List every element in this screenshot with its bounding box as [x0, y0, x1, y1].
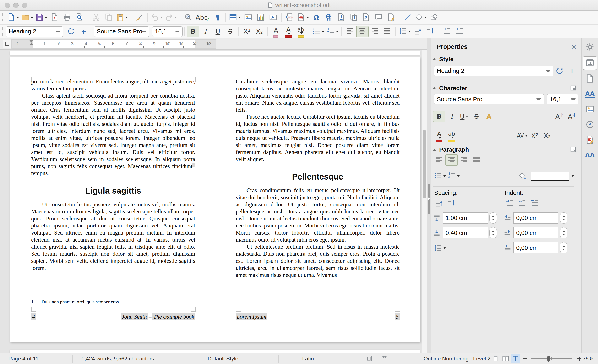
decrease-font-size-button[interactable]: A ↓ — [566, 111, 578, 122]
chevron-down-icon[interactable] — [536, 98, 541, 100]
zoom-in-button[interactable]: + — [576, 353, 582, 364]
align-center-button[interactable] — [445, 154, 458, 166]
track-changes-button[interactable] — [385, 12, 397, 24]
new-style-button[interactable]: + — [566, 65, 578, 77]
word-count[interactable]: 1,424 words, 9,562 characters — [81, 353, 154, 364]
insert-textbox-button[interactable] — [267, 12, 279, 24]
toolbar-grip[interactable] — [2, 13, 3, 22]
cut-button[interactable] — [90, 12, 102, 24]
style-section-header[interactable]: Style — [432, 56, 454, 63]
decrease-indent-button[interactable] — [453, 26, 466, 37]
font-color-button[interactable]: A — [282, 25, 295, 38]
zoom-slider[interactable] — [531, 353, 572, 364]
superscript-button[interactable]: X² — [241, 26, 253, 37]
dropdown-arrow-icon[interactable] — [408, 31, 411, 32]
subscript-button[interactable]: X₂ — [541, 130, 553, 142]
vertical-scrollbar[interactable] — [422, 50, 427, 353]
increase-indent-button[interactable] — [504, 198, 516, 209]
formatting-marks-button[interactable]: ¶ — [211, 12, 224, 24]
above-paragraph-spacing-input[interactable]: 1,00 cm — [443, 212, 488, 224]
insert-line-button[interactable] — [401, 12, 414, 24]
zoom-level[interactable]: 75% — [583, 353, 593, 364]
print-button[interactable] — [61, 12, 73, 24]
sidebar-splitter[interactable] — [427, 38, 431, 353]
panel-drag-handle[interactable] — [432, 43, 434, 50]
character-section-header[interactable]: Character — [432, 85, 467, 92]
character-dialog-launcher[interactable] — [570, 85, 576, 91]
navigator-tab[interactable] — [583, 119, 597, 131]
dropdown-arrow-icon[interactable] — [443, 175, 446, 177]
book-view-button[interactable] — [511, 354, 520, 363]
superscript-button[interactable]: X² — [528, 130, 541, 142]
underline-button[interactable]: U — [458, 111, 470, 122]
dropdown-arrow-icon[interactable] — [457, 175, 459, 177]
footnote-anchor[interactable]: 1 — [192, 163, 195, 167]
dropdown-arrow-icon[interactable] — [174, 17, 177, 18]
page-number-field[interactable]: 4 — [31, 313, 36, 320]
line-spacing-button[interactable] — [398, 26, 412, 37]
selection-mode-indicator[interactable] — [366, 353, 374, 364]
page-spread[interactable]: pretium laoreet elementum. Etiam lectus … — [10, 57, 420, 342]
chevron-down-icon[interactable] — [546, 70, 551, 72]
align-center-button[interactable] — [356, 26, 369, 37]
style-combobox[interactable]: Heading 2 — [434, 65, 553, 76]
paste-button[interactable] — [115, 12, 129, 24]
page-break-button[interactable] — [283, 12, 296, 24]
dropdown-arrow-icon[interactable] — [322, 31, 324, 32]
justify-button[interactable] — [470, 154, 483, 166]
bold-button[interactable]: B — [433, 111, 445, 122]
numbered-list-button[interactable] — [447, 170, 460, 182]
right-indent-marker[interactable] — [192, 43, 197, 45]
increase-paragraph-spacing-button[interactable] — [433, 198, 445, 209]
footnote[interactable]: 1 Duis non pharetra orci, quis semper er… — [31, 299, 195, 305]
spinner[interactable] — [560, 212, 567, 224]
new-style-button[interactable]: + — [77, 26, 90, 37]
insert-comment-button[interactable] — [372, 12, 385, 24]
decrease-paragraph-spacing-button[interactable] — [445, 198, 458, 209]
special-character-button[interactable]: Ω — [310, 12, 323, 24]
tab-stop-selector[interactable] — [3, 40, 11, 48]
decrease-indent-button[interactable] — [516, 198, 528, 209]
insert-table-button[interactable] — [228, 12, 242, 24]
left-indent-marker[interactable] — [29, 43, 34, 45]
zoom-out-button[interactable]: − — [523, 353, 528, 364]
multi-page-view-button[interactable] — [501, 354, 510, 363]
font-color-button[interactable]: A — [433, 129, 445, 143]
sidebar-font-name-combobox[interactable]: Source Sans Pro — [434, 94, 544, 104]
update-style-button[interactable] — [553, 65, 566, 77]
chevron-down-icon[interactable] — [56, 31, 61, 32]
undo-button[interactable] — [150, 12, 164, 24]
hyperlink-button[interactable] — [323, 12, 335, 24]
dropdown-arrow-icon[interactable] — [238, 17, 241, 18]
chevron-down-icon[interactable] — [175, 31, 180, 32]
dropdown-arrow-icon[interactable] — [466, 116, 468, 117]
dropdown-arrow-icon[interactable] — [443, 247, 446, 249]
style-inspector-tab[interactable]: AA — [583, 149, 597, 162]
dropdown-arrow-icon[interactable] — [45, 17, 47, 18]
dropdown-arrow-icon[interactable] — [572, 175, 574, 177]
switch-indent-button[interactable] — [528, 198, 541, 209]
align-right-button[interactable] — [369, 26, 381, 37]
increase-indent-button[interactable] — [441, 26, 453, 37]
strikethrough-button[interactable]: S — [224, 26, 236, 37]
font-name-combobox[interactable]: Source Sans Pro — [94, 26, 149, 37]
collapse-section-icon[interactable] — [432, 87, 436, 89]
heading-2[interactable]: Pellentesque — [236, 172, 400, 181]
spinner[interactable] — [560, 227, 567, 238]
copy-button[interactable] — [102, 12, 115, 24]
italic-button[interactable]: I — [445, 111, 458, 122]
sidebar-settings-tab[interactable] — [583, 41, 597, 54]
paragraph-section-header[interactable]: Paragraph — [432, 146, 469, 153]
find-replace-button[interactable] — [182, 12, 195, 24]
line-spacing-button[interactable] — [433, 242, 447, 254]
document-title-field[interactable]: Lorem Ipsum — [236, 313, 267, 320]
collapse-section-icon[interactable] — [432, 149, 436, 151]
dropdown-arrow-icon[interactable] — [307, 17, 309, 18]
heading-2[interactable]: Ligula sagittis — [31, 186, 195, 195]
single-page-view-button[interactable] — [491, 354, 500, 363]
bullet-list-button[interactable] — [433, 170, 447, 182]
subscript-button[interactable]: X₂ — [253, 26, 266, 37]
footnote-text[interactable]: Duis non pharetra orci, quis semper eros… — [42, 299, 120, 305]
spinner[interactable] — [560, 242, 567, 253]
dropdown-arrow-icon[interactable] — [525, 135, 528, 137]
